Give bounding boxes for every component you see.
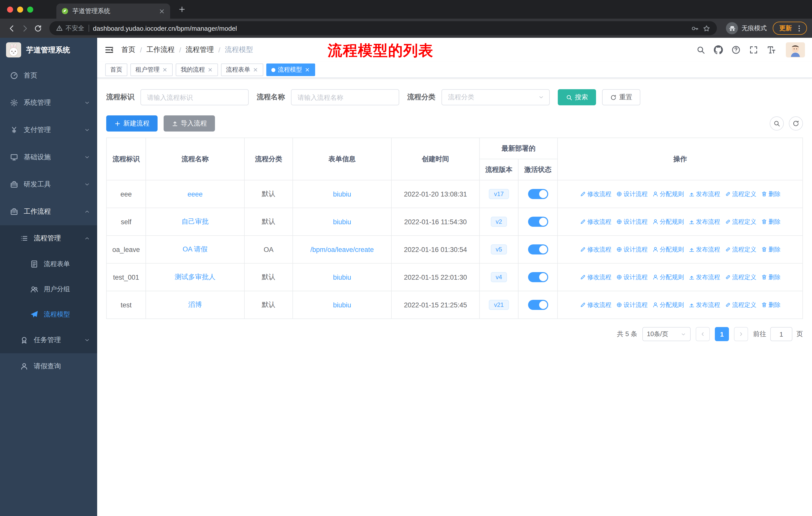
action-delete[interactable]: 删除 (761, 217, 781, 226)
refresh-table-button[interactable] (789, 116, 803, 131)
action-deploy[interactable]: 发布流程 (689, 245, 720, 254)
search-button[interactable]: 搜索 (558, 89, 596, 105)
process-key-input[interactable] (141, 89, 249, 105)
close-icon[interactable] (207, 67, 213, 73)
sidebar-item-dev-tools[interactable]: 研发工具 (0, 171, 97, 198)
breadcrumb-item[interactable]: 流程管理 (186, 45, 214, 54)
action-assign-rule[interactable]: 分配规则 (652, 217, 684, 226)
action-modify[interactable]: 修改流程 (580, 245, 611, 254)
github-icon[interactable] (714, 45, 723, 54)
view-tab-process-form[interactable]: 流程表单 (221, 63, 263, 76)
action-definition[interactable]: 流程定义 (725, 273, 756, 281)
action-definition[interactable]: 流程定义 (725, 301, 756, 309)
process-name-link[interactable]: 滔博 (188, 301, 202, 308)
sidebar-item-process-mgmt[interactable]: 流程管理 (0, 225, 97, 251)
action-assign-rule[interactable]: 分配规则 (652, 273, 684, 281)
process-name-link[interactable]: 测试多审批人 (175, 273, 215, 281)
next-page-button[interactable] (734, 327, 748, 341)
view-tab-process-model[interactable]: 流程模型 (266, 63, 315, 76)
active-toggle[interactable] (528, 189, 548, 199)
action-deploy[interactable]: 发布流程 (689, 190, 720, 198)
action-assign-rule[interactable]: 分配规则 (652, 301, 684, 309)
address-bar[interactable]: 不安全 dashboard.yudao.iocoder.cn/bpm/manag… (49, 21, 717, 35)
action-delete[interactable]: 删除 (761, 190, 781, 198)
action-definition[interactable]: 流程定义 (725, 190, 756, 198)
reload-icon[interactable] (31, 22, 44, 35)
action-delete[interactable]: 删除 (761, 245, 781, 254)
create-process-button[interactable]: 新建流程 (106, 115, 157, 132)
current-page-button[interactable]: 1 (715, 327, 729, 341)
password-key-icon[interactable] (691, 24, 699, 32)
form-info-link[interactable]: biubiu (333, 190, 351, 198)
sidebar-item-payment[interactable]: 支付管理 (0, 116, 97, 144)
action-deploy[interactable]: 发布流程 (689, 273, 720, 281)
process-name-link[interactable]: 自己审批 (181, 218, 209, 225)
form-info-link[interactable]: biubiu (333, 273, 351, 281)
forward-icon[interactable] (18, 22, 31, 35)
sidebar-item-leave-query[interactable]: 请假查询 (0, 353, 97, 379)
help-icon[interactable] (731, 45, 741, 54)
view-tab-tenant-mgmt[interactable]: 租户管理 (130, 63, 173, 76)
action-design[interactable]: 设计流程 (616, 245, 648, 254)
goto-page-input[interactable] (770, 327, 792, 341)
import-process-button[interactable]: 导入流程 (164, 115, 215, 132)
view-tab-home[interactable]: 首页 (105, 63, 127, 76)
action-modify[interactable]: 修改流程 (580, 273, 611, 281)
breadcrumb-item[interactable]: 工作流程 (146, 45, 175, 54)
close-icon[interactable] (253, 67, 258, 73)
action-assign-rule[interactable]: 分配规则 (652, 245, 684, 254)
user-avatar[interactable] (786, 42, 805, 57)
action-deploy[interactable]: 发布流程 (689, 301, 720, 309)
action-delete[interactable]: 删除 (761, 273, 781, 281)
active-toggle[interactable] (528, 244, 548, 254)
security-status[interactable]: 不安全 (56, 24, 84, 32)
page-size-select[interactable]: 10条/页 (642, 327, 691, 341)
category-select[interactable]: 流程分类 (441, 89, 550, 105)
action-modify[interactable]: 修改流程 (580, 217, 611, 226)
sidebar-item-workflow[interactable]: 工作流程 (0, 198, 97, 225)
form-info-link[interactable]: biubiu (333, 218, 351, 225)
action-delete[interactable]: 删除 (761, 301, 781, 309)
process-name-input[interactable] (291, 89, 399, 105)
action-deploy[interactable]: 发布流程 (689, 217, 720, 226)
form-info-link[interactable]: biubiu (333, 301, 351, 309)
active-toggle[interactable] (528, 217, 548, 227)
process-name-link[interactable]: eeee (187, 190, 203, 198)
process-name-link[interactable]: OA 请假 (182, 245, 207, 253)
tab-close-icon[interactable] (158, 8, 165, 15)
breadcrumb-item[interactable]: 首页 (121, 45, 136, 54)
close-icon[interactable] (162, 67, 168, 73)
prev-page-button[interactable] (696, 327, 710, 341)
reset-button[interactable]: 重置 (602, 89, 640, 105)
sidebar-item-task-mgmt[interactable]: 任务管理 (0, 327, 97, 353)
action-modify[interactable]: 修改流程 (580, 301, 611, 309)
action-design[interactable]: 设计流程 (616, 301, 648, 309)
back-icon[interactable] (5, 22, 18, 35)
sidebar-item-system[interactable]: 系统管理 (0, 89, 97, 116)
window-close-button[interactable] (7, 6, 13, 12)
font-size-icon[interactable] (767, 45, 776, 54)
sidebar-item-process-form[interactable]: 流程表单 (0, 251, 97, 277)
action-modify[interactable]: 修改流程 (580, 190, 611, 198)
form-info-link[interactable]: /bpm/oa/leave/create (310, 246, 374, 253)
sidebar-item-process-model[interactable]: 流程模型 (0, 302, 97, 327)
action-design[interactable]: 设计流程 (616, 190, 648, 198)
sidebar-item-infrastructure[interactable]: 基础设施 (0, 144, 97, 171)
toggle-search-button[interactable] (770, 116, 784, 131)
browser-update-button[interactable]: 更新 (773, 22, 807, 35)
action-design[interactable]: 设计流程 (616, 217, 648, 226)
new-tab-button[interactable] (178, 5, 186, 13)
sidebar-item-user-group[interactable]: 用户分组 (0, 277, 97, 302)
active-toggle[interactable] (528, 300, 548, 310)
search-icon[interactable] (696, 45, 705, 54)
action-definition[interactable]: 流程定义 (725, 217, 756, 226)
sidebar-item-home[interactable]: 首页 (0, 62, 97, 89)
action-assign-rule[interactable]: 分配规则 (652, 190, 684, 198)
action-design[interactable]: 设计流程 (616, 273, 648, 281)
browser-menu-icon[interactable] (795, 24, 803, 32)
window-zoom-button[interactable] (27, 6, 33, 12)
active-toggle[interactable] (528, 272, 548, 282)
fullscreen-icon[interactable] (749, 45, 758, 54)
action-definition[interactable]: 流程定义 (725, 245, 756, 254)
app-logo[interactable]: 芋道管理系统 (0, 38, 97, 62)
